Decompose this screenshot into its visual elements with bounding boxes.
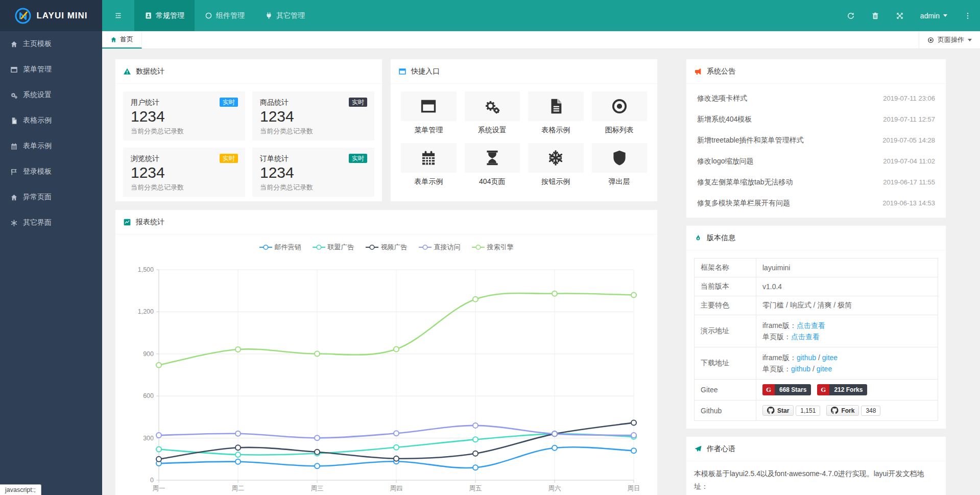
legend-item[interactable]: 视频广告 <box>366 243 408 252</box>
notice-item[interactable]: 修复左侧菜单缩放tab无法移动2019-06-17 11:55 <box>694 172 938 193</box>
version-label: 下载地址 <box>695 347 756 380</box>
sidebar-item-label: 表单示例 <box>23 142 52 151</box>
github-star-button[interactable]: Star <box>762 405 794 416</box>
user-menu[interactable]: admin <box>912 0 955 31</box>
quick-entry[interactable]: 表格示例 <box>528 91 584 135</box>
stat-desc: 当前分类总记录数 <box>260 183 367 192</box>
page-operations-button[interactable]: 页面操作 <box>919 31 980 49</box>
toggle-sidebar[interactable] <box>102 0 134 31</box>
window-icon <box>398 67 407 76</box>
notice-item[interactable]: 新增treetable插件和菜单管理样式2019-07-05 14:28 <box>694 130 938 151</box>
notice-title: 修复多模块菜单栏展开有问题 <box>697 199 790 208</box>
quick-entry[interactable]: 表单示例 <box>401 143 457 186</box>
version-row: 下载地址iframe版：github / gitee单页版：github / g… <box>695 347 938 380</box>
nav-general[interactable]: 常规管理 <box>134 0 195 31</box>
quick-entry-label: 菜单管理 <box>401 126 457 135</box>
page-operations-label: 页面操作 <box>938 35 964 44</box>
nav-label: 其它管理 <box>276 11 305 20</box>
legend-label: 视频广告 <box>381 243 408 252</box>
panel-title: 作者心语 <box>707 444 735 454</box>
sidebar-item-other-ui[interactable]: 其它界面 <box>0 210 102 235</box>
stat-card: 商品统计实时1234当前分类总记录数 <box>252 91 374 140</box>
legend-item[interactable]: 搜索引擎 <box>472 243 514 252</box>
tab-home-label: 首页 <box>120 35 133 44</box>
panel-quick-entry: 快捷入口 菜单管理系统设置表格示例图标列表表单示例404页面按钮示例弹出层 <box>390 59 658 202</box>
gears-icon <box>9 91 18 99</box>
sidebar-item-form-example[interactable]: 表单示例 <box>0 133 102 159</box>
nav-other[interactable]: 其它管理 <box>255 0 315 31</box>
paper-plane-icon <box>694 445 702 453</box>
svg-text:0: 0 <box>150 477 154 484</box>
quick-entry-label: 弹出层 <box>592 177 648 186</box>
panel-header: 版本信息 <box>686 226 946 250</box>
refresh-button[interactable] <box>839 0 863 31</box>
clear-cache-button[interactable] <box>863 0 888 31</box>
caret-down-icon <box>968 39 972 41</box>
notice-item[interactable]: 修复多模块菜单栏展开有问题2019-06-13 14:53 <box>694 193 938 214</box>
nav-components[interactable]: 组件管理 <box>195 0 255 31</box>
shield-icon <box>611 149 628 167</box>
browser-status-tooltip: javascript:; <box>0 484 41 495</box>
quick-entry[interactable]: 图标列表 <box>592 91 648 135</box>
stat-desc: 当前分类总记录数 <box>131 127 237 136</box>
tab-home[interactable]: 首页 <box>102 31 142 49</box>
version-label: 演示地址 <box>695 315 756 347</box>
username: admin <box>920 12 940 20</box>
sidebar-item-login-template[interactable]: 登录模板 <box>0 159 102 184</box>
nav-label: 常规管理 <box>156 11 184 20</box>
legend-item[interactable]: 联盟广告 <box>313 243 354 252</box>
svg-text:周六: 周六 <box>548 485 561 492</box>
github-fork-count[interactable]: 348 <box>861 406 880 416</box>
gitee-badge[interactable]: G668 Stars <box>762 384 811 395</box>
sidebar-item-label: 异常页面 <box>23 193 52 202</box>
sidebar-item-label: 登录模板 <box>23 167 52 176</box>
sidebar-item-system-settings[interactable]: 系统设置 <box>0 82 102 108</box>
link-github[interactable]: github <box>791 365 810 373</box>
sidebar-item-label: 主页模板 <box>23 39 52 49</box>
link-点击查看[interactable]: 点击查看 <box>797 321 825 329</box>
sidebar-item-error-pages[interactable]: 异常页面 <box>0 184 102 210</box>
gears-icon <box>484 98 501 115</box>
link-点击查看[interactable]: 点击查看 <box>791 333 820 341</box>
version-row: 主要特色零门槛 / 响应式 / 清爽 / 极简 <box>695 296 938 315</box>
quick-entry[interactable]: 菜单管理 <box>401 91 457 135</box>
fullscreen-button[interactable] <box>888 0 912 31</box>
legend-item[interactable]: 邮件营销 <box>259 243 301 252</box>
version-row: GithubStar1,151Fork348 <box>695 400 938 421</box>
notice-item[interactable]: 新增系统404模板2019-07-11 12:57 <box>694 109 938 130</box>
outdent-icon <box>114 12 122 19</box>
notice-time: 2019-07-11 23:06 <box>883 95 935 102</box>
version-row: 演示地址iframe版：点击查看单页版：点击查看 <box>695 315 938 347</box>
quick-entry[interactable]: 系统设置 <box>465 91 520 135</box>
version-label: 主要特色 <box>695 296 756 315</box>
link-gitee[interactable]: gitee <box>817 365 832 373</box>
more-menu-button[interactable] <box>955 0 980 31</box>
quick-entry-label: 按钮示例 <box>528 177 584 186</box>
bullhorn-icon <box>694 67 702 76</box>
quick-entry[interactable]: 404页面 <box>465 143 520 186</box>
quick-entry[interactable]: 按钮示例 <box>528 143 584 186</box>
github-fork-button[interactable]: Fork <box>826 405 859 416</box>
legend-item[interactable]: 直接访问 <box>419 243 461 252</box>
notice-item[interactable]: 修改logo缩放问题2019-07-04 11:02 <box>694 151 938 172</box>
panel-title: 快捷入口 <box>411 67 440 76</box>
quick-entry[interactable]: 弹出层 <box>592 143 648 186</box>
panel-header: 报表统计 <box>115 210 657 234</box>
stat-badge: 实时 <box>220 154 238 163</box>
notice-item[interactable]: 修改选项卡样式2019-07-11 23:06 <box>694 88 938 109</box>
version-row: GiteeG668 StarsG212 Forks <box>695 380 938 400</box>
link-gitee[interactable]: gitee <box>822 353 838 362</box>
app-logo[interactable]: LAYUI MINI <box>0 0 102 31</box>
panel-title: 系统公告 <box>707 67 735 76</box>
sidebar-item-home-template[interactable]: 主页模板 <box>0 31 102 57</box>
github-star-count[interactable]: 1,151 <box>796 406 820 416</box>
version-value: 零门槛 / 响应式 / 清爽 / 极简 <box>762 301 852 309</box>
sidebar-item-table-example[interactable]: 表格示例 <box>0 108 102 133</box>
gitee-badge[interactable]: G212 Forks <box>817 384 867 395</box>
legend-label: 联盟广告 <box>328 243 354 252</box>
link-github[interactable]: github <box>797 353 816 362</box>
panel-title: 数据统计 <box>136 67 164 76</box>
circle-o-icon <box>205 12 212 19</box>
sidebar-item-menu-management[interactable]: 菜单管理 <box>0 57 102 82</box>
panel-data-statistics: 数据统计 用户统计实时1234当前分类总记录数商品统计实时1234当前分类总记录… <box>115 59 383 202</box>
